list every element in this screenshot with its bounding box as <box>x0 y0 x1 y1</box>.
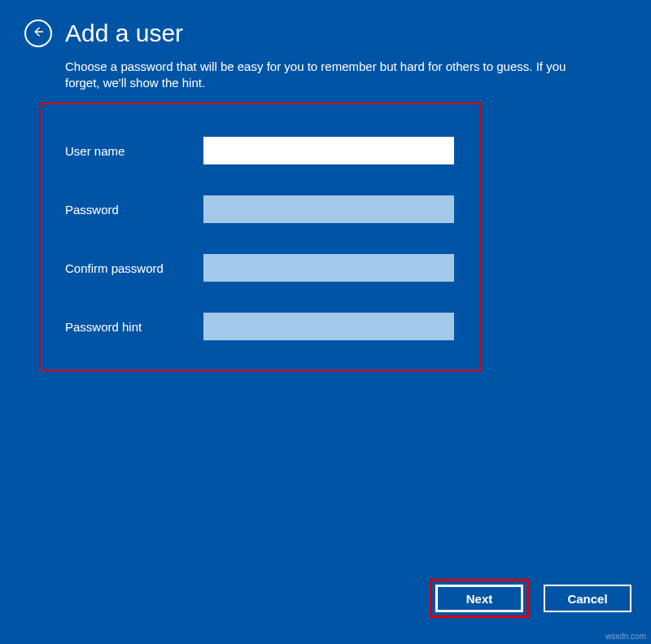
username-label: User name <box>65 144 203 158</box>
header: Add a user <box>0 0 651 54</box>
next-button-highlight: Next <box>430 579 529 618</box>
confirm-password-input[interactable] <box>203 254 454 282</box>
field-row-password: Password <box>65 195 456 223</box>
password-hint-label: Password hint <box>65 320 203 334</box>
field-row-confirm: Confirm password <box>65 254 456 282</box>
watermark: wsxdn.com <box>605 632 646 641</box>
page-subtitle: Choose a password that will be easy for … <box>0 54 618 92</box>
confirm-password-label: Confirm password <box>65 261 203 275</box>
password-input[interactable] <box>203 195 454 223</box>
form-box: User name Password Confirm password Pass… <box>39 103 482 371</box>
page-title: Add a user <box>65 20 183 47</box>
back-button[interactable] <box>24 20 52 47</box>
field-row-username: User name <box>65 137 456 164</box>
username-input[interactable] <box>203 137 454 164</box>
password-label: Password <box>65 203 203 217</box>
password-hint-input[interactable] <box>203 313 454 340</box>
field-row-hint: Password hint <box>65 313 456 340</box>
cancel-button[interactable]: Cancel <box>544 585 631 612</box>
next-button[interactable]: Next <box>435 585 523 612</box>
footer: Next Cancel <box>430 579 631 618</box>
arrow-left-icon <box>31 24 46 42</box>
